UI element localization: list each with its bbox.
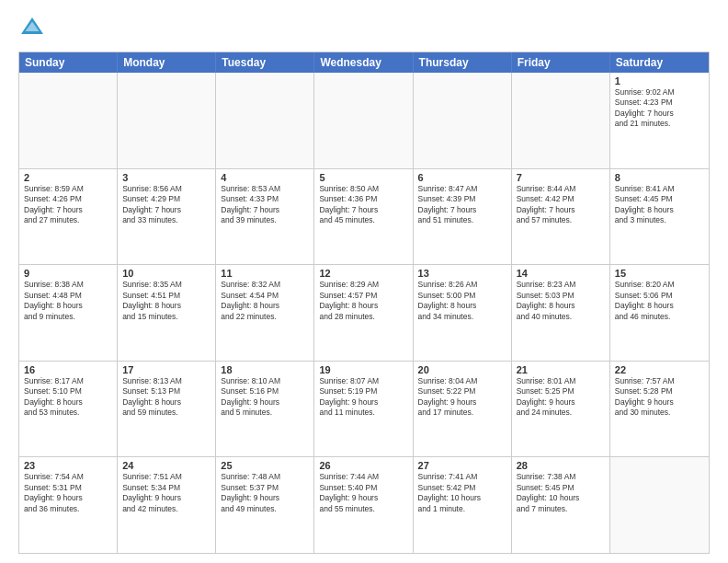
header: [18, 15, 710, 42]
day-number: 2: [24, 172, 112, 183]
header-day-monday: Monday: [118, 52, 216, 73]
header-day-tuesday: Tuesday: [216, 52, 314, 73]
day-number: 18: [221, 364, 309, 375]
day-info: Sunrise: 7:38 AM Sunset: 5:45 PM Dayligh…: [517, 472, 605, 514]
day-number: 21: [517, 364, 605, 375]
day-info: Sunrise: 8:29 AM Sunset: 4:57 PM Dayligh…: [319, 280, 407, 322]
day-number: 12: [319, 268, 407, 279]
calendar-row-2: 9Sunrise: 8:38 AM Sunset: 4:48 PM Daylig…: [19, 264, 709, 361]
day-cell-9: 9Sunrise: 8:38 AM Sunset: 4:48 PM Daylig…: [19, 265, 118, 361]
day-cell-13: 13Sunrise: 8:26 AM Sunset: 5:00 PM Dayli…: [414, 265, 512, 361]
day-number: 9: [24, 268, 112, 279]
day-cell-20: 20Sunrise: 8:04 AM Sunset: 5:22 PM Dayli…: [414, 362, 512, 457]
day-number: 16: [24, 364, 112, 375]
day-cell-23: 23Sunrise: 7:54 AM Sunset: 5:31 PM Dayli…: [19, 457, 118, 553]
day-number: 26: [319, 460, 407, 471]
logo: [18, 15, 50, 42]
day-number: 5: [319, 172, 407, 183]
day-cell-empty-0-3: [314, 73, 413, 168]
day-cell-18: 18Sunrise: 8:10 AM Sunset: 5:16 PM Dayli…: [216, 362, 314, 457]
day-number: 23: [24, 460, 112, 471]
header-day-sunday: Sunday: [19, 52, 118, 73]
day-cell-8: 8Sunrise: 8:41 AM Sunset: 4:45 PM Daylig…: [610, 169, 709, 265]
day-number: 10: [122, 268, 210, 279]
day-info: Sunrise: 8:01 AM Sunset: 5:25 PM Dayligh…: [517, 376, 605, 419]
day-info: Sunrise: 8:32 AM Sunset: 4:54 PM Dayligh…: [221, 280, 309, 322]
day-number: 7: [517, 172, 605, 183]
day-info: Sunrise: 9:02 AM Sunset: 4:23 PM Dayligh…: [615, 87, 704, 130]
day-cell-28: 28Sunrise: 7:38 AM Sunset: 5:45 PM Dayli…: [512, 457, 610, 553]
day-number: 27: [418, 460, 506, 471]
day-info: Sunrise: 8:13 AM Sunset: 5:13 PM Dayligh…: [122, 376, 210, 419]
day-number: 1: [615, 75, 704, 86]
day-cell-15: 15Sunrise: 8:20 AM Sunset: 5:06 PM Dayli…: [610, 265, 709, 361]
day-cell-17: 17Sunrise: 8:13 AM Sunset: 5:13 PM Dayli…: [118, 362, 216, 457]
day-info: Sunrise: 8:20 AM Sunset: 5:06 PM Dayligh…: [615, 280, 704, 322]
day-info: Sunrise: 7:44 AM Sunset: 5:40 PM Dayligh…: [319, 472, 407, 514]
day-info: Sunrise: 8:04 AM Sunset: 5:22 PM Dayligh…: [418, 376, 506, 419]
day-info: Sunrise: 7:51 AM Sunset: 5:34 PM Dayligh…: [122, 472, 210, 514]
page: SundayMondayTuesdayWednesdayThursdayFrid…: [0, 0, 728, 563]
day-number: 13: [418, 268, 506, 279]
day-info: Sunrise: 8:56 AM Sunset: 4:29 PM Dayligh…: [122, 184, 210, 226]
header-day-wednesday: Wednesday: [314, 52, 413, 73]
day-info: Sunrise: 8:10 AM Sunset: 5:16 PM Dayligh…: [221, 376, 309, 419]
day-cell-1: 1Sunrise: 9:02 AM Sunset: 4:23 PM Daylig…: [610, 73, 709, 168]
day-number: 22: [615, 364, 704, 375]
day-cell-3: 3Sunrise: 8:56 AM Sunset: 4:29 PM Daylig…: [118, 169, 216, 265]
day-info: Sunrise: 8:59 AM Sunset: 4:26 PM Dayligh…: [24, 184, 112, 226]
calendar-row-4: 23Sunrise: 7:54 AM Sunset: 5:31 PM Dayli…: [19, 456, 709, 553]
day-info: Sunrise: 7:57 AM Sunset: 5:28 PM Dayligh…: [615, 376, 704, 419]
day-cell-empty-0-2: [216, 73, 314, 168]
day-cell-27: 27Sunrise: 7:41 AM Sunset: 5:42 PM Dayli…: [414, 457, 512, 553]
day-cell-26: 26Sunrise: 7:44 AM Sunset: 5:40 PM Dayli…: [314, 457, 413, 553]
day-number: 4: [221, 172, 309, 183]
day-number: 15: [615, 268, 704, 279]
day-number: 17: [122, 364, 210, 375]
day-number: 19: [319, 364, 407, 375]
day-cell-2: 2Sunrise: 8:59 AM Sunset: 4:26 PM Daylig…: [19, 169, 118, 265]
day-number: 11: [221, 268, 309, 279]
day-info: Sunrise: 8:53 AM Sunset: 4:33 PM Dayligh…: [221, 184, 309, 226]
day-info: Sunrise: 8:38 AM Sunset: 4:48 PM Dayligh…: [24, 280, 112, 322]
day-cell-11: 11Sunrise: 8:32 AM Sunset: 4:54 PM Dayli…: [216, 265, 314, 361]
day-info: Sunrise: 8:35 AM Sunset: 4:51 PM Dayligh…: [122, 280, 210, 322]
day-info: Sunrise: 7:54 AM Sunset: 5:31 PM Dayligh…: [24, 472, 112, 514]
day-cell-empty-0-1: [118, 73, 216, 168]
day-number: 6: [418, 172, 506, 183]
day-cell-5: 5Sunrise: 8:50 AM Sunset: 4:36 PM Daylig…: [314, 169, 413, 265]
day-info: Sunrise: 7:41 AM Sunset: 5:42 PM Dayligh…: [418, 472, 506, 514]
day-info: Sunrise: 8:44 AM Sunset: 4:42 PM Dayligh…: [517, 184, 605, 226]
day-number: 25: [221, 460, 309, 471]
calendar-body: 1Sunrise: 9:02 AM Sunset: 4:23 PM Daylig…: [19, 73, 709, 553]
day-cell-14: 14Sunrise: 8:23 AM Sunset: 5:03 PM Dayli…: [512, 265, 610, 361]
day-number: 20: [418, 364, 506, 375]
day-info: Sunrise: 8:17 AM Sunset: 5:10 PM Dayligh…: [24, 376, 112, 419]
day-cell-19: 19Sunrise: 8:07 AM Sunset: 5:19 PM Dayli…: [314, 362, 413, 457]
day-cell-10: 10Sunrise: 8:35 AM Sunset: 4:51 PM Dayli…: [118, 265, 216, 361]
day-cell-25: 25Sunrise: 7:48 AM Sunset: 5:37 PM Dayli…: [216, 457, 314, 553]
calendar-row-0: 1Sunrise: 9:02 AM Sunset: 4:23 PM Daylig…: [19, 73, 709, 168]
day-cell-empty-0-4: [414, 73, 512, 168]
day-info: Sunrise: 7:48 AM Sunset: 5:37 PM Dayligh…: [221, 472, 309, 514]
day-cell-16: 16Sunrise: 8:17 AM Sunset: 5:10 PM Dayli…: [19, 362, 118, 457]
day-info: Sunrise: 8:50 AM Sunset: 4:36 PM Dayligh…: [319, 184, 407, 226]
calendar: SundayMondayTuesdayWednesdayThursdayFrid…: [18, 52, 710, 554]
day-info: Sunrise: 8:26 AM Sunset: 5:00 PM Dayligh…: [418, 280, 506, 322]
day-cell-4: 4Sunrise: 8:53 AM Sunset: 4:33 PM Daylig…: [216, 169, 314, 265]
day-info: Sunrise: 8:41 AM Sunset: 4:45 PM Dayligh…: [615, 184, 704, 226]
day-info: Sunrise: 8:23 AM Sunset: 5:03 PM Dayligh…: [517, 280, 605, 322]
calendar-row-3: 16Sunrise: 8:17 AM Sunset: 5:10 PM Dayli…: [19, 361, 709, 457]
day-cell-22: 22Sunrise: 7:57 AM Sunset: 5:28 PM Dayli…: [610, 362, 709, 457]
day-cell-6: 6Sunrise: 8:47 AM Sunset: 4:39 PM Daylig…: [414, 169, 512, 265]
day-number: 24: [122, 460, 210, 471]
day-cell-21: 21Sunrise: 8:01 AM Sunset: 5:25 PM Dayli…: [512, 362, 610, 457]
day-cell-empty-0-5: [512, 73, 610, 168]
day-number: 14: [517, 268, 605, 279]
day-number: 8: [615, 172, 704, 183]
day-info: Sunrise: 8:07 AM Sunset: 5:19 PM Dayligh…: [319, 376, 407, 419]
header-day-saturday: Saturday: [610, 52, 709, 73]
day-cell-7: 7Sunrise: 8:44 AM Sunset: 4:42 PM Daylig…: [512, 169, 610, 265]
day-cell-12: 12Sunrise: 8:29 AM Sunset: 4:57 PM Dayli…: [314, 265, 413, 361]
day-cell-empty-0-0: [19, 73, 118, 168]
